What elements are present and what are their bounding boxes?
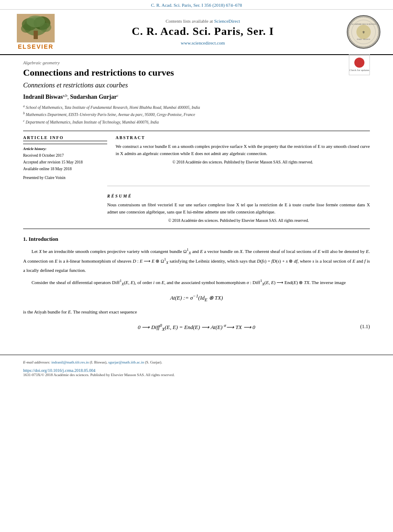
footnote-emails: E-mail addresses: indranil@math.tifr.res… [23, 359, 370, 365]
article-title: Connections and restrictions to curves [23, 67, 349, 79]
info-abstract-columns: ARTICLE INFO Article history: Received 8… [23, 135, 370, 180]
math-display-at: At(E) := σ−1(IdE ⊗ TX) [23, 293, 370, 302]
issn-copyright: 1631-073X/© 2018 Académie des sciences. … [23, 373, 370, 377]
section-tag: Algebraic geometry [23, 60, 370, 65]
equation-content: 0 ⟶ Diff0X(E, E) = End(E) ⟶ At(E) σ⟶ TX … [23, 323, 370, 332]
elsevier-wordmark: ELSEVIER [18, 43, 53, 50]
sciencedirect-link[interactable]: ScienceDirect [214, 18, 240, 24]
resume-text: Nous construisons un fibré vectoriel E s… [107, 202, 370, 216]
resume-copyright: © 2018 Académie des sciences. Published … [107, 219, 370, 223]
email2-name: (S. Gurjar). [145, 360, 162, 364]
journal-title: C. R. Acad. Sci. Paris, Ser. I [67, 25, 338, 38]
accepted-date: Accepted after revision 15 May 2018 [23, 159, 107, 166]
svg-point-7 [40, 23, 51, 32]
contents-line: Contents lists available at ScienceDirec… [67, 18, 338, 24]
separator-2 [23, 229, 370, 229]
sup-b: b [23, 111, 25, 115]
abstract-text: We construct a vector bundle E on a smoo… [116, 143, 370, 158]
check-updates-circle [354, 58, 364, 68]
abstract-copyright: © 2018 Académie des sciences. Published … [116, 160, 370, 164]
separator-1 [23, 131, 370, 131]
affiliation-b: b Mathematics Department, EISTI–Universi… [23, 111, 370, 118]
article-info-column: ARTICLE INFO Article history: Received 8… [23, 135, 107, 180]
affiliation-a: a School of Mathematics, Tata Institute … [23, 104, 370, 111]
author1-name: Indranil Biswas [23, 94, 63, 100]
presented-by: Presented by Claire Voisin [23, 176, 107, 180]
article-content: Algebraic geometry Connections and restr… [0, 55, 393, 346]
citation-bar: C. R. Acad. Sci. Paris, Ser. I 356 (2018… [0, 0, 393, 10]
sup-c: c [23, 119, 25, 123]
author2-name: Sudarshan Gurjar [70, 94, 117, 100]
introduction-section: 1. Introduction Let X be an irreducible … [23, 236, 370, 331]
email1-link[interactable]: indranil@math.tifr.res.in [51, 360, 89, 364]
svg-point-6 [21, 24, 31, 33]
abstract-column: ABSTRACT We construct a vector bundle E … [116, 135, 370, 180]
article-history-label: Article history: [23, 147, 107, 151]
authors-line: Indranil Biswasa,b, Sudarshan Gurjarc [23, 93, 370, 100]
article-subtitle: Connexions et restrictions aux courbes [23, 82, 370, 89]
academy-seal: ACADÉMIE DES SCIENCES ⚜ PARIS · FRANCE [347, 15, 380, 49]
section-title: 1. Introduction [23, 236, 370, 242]
intro-paragraph-2: Consider the sheaf of differential opera… [23, 278, 370, 287]
affiliation-c: c Department of Mathematics, Indian Inst… [23, 119, 370, 126]
svg-text:PARIS · FRANCE: PARIS · FRANCE [357, 38, 370, 40]
abstract-header: ABSTRACT [116, 135, 370, 140]
affiliations-block: a School of Mathematics, Tata Institute … [23, 104, 370, 126]
journal-url[interactable]: www.sciencedirect.com [67, 40, 338, 45]
received-date: Received 8 October 2017 [23, 152, 107, 159]
and-text: and [166, 279, 173, 284]
intro-paragraph-1: Let X be an irreducible smooth complex p… [23, 247, 370, 274]
sup-a: a [23, 104, 25, 108]
journal-header: ELSEVIER Contents lists available at Sci… [0, 10, 393, 55]
email2-link[interactable]: sgurjar@math.iitb.ac.in [108, 360, 144, 364]
email1-name: (I. Biswas), [90, 360, 107, 364]
check-updates-badge[interactable]: Check for updates [349, 54, 370, 75]
svg-rect-5 [34, 31, 38, 39]
svg-text:⚜: ⚜ [362, 30, 365, 34]
check-updates-label: Check for updates [349, 68, 369, 72]
elsevier-logo-block: ELSEVIER [8, 14, 63, 50]
equation-number: (1.1) [360, 324, 370, 330]
available-date: Available online 18 May 2018 [23, 166, 107, 172]
author2-sup: c [117, 93, 119, 97]
citation-text: C. R. Acad. Sci. Paris, Ser. I 356 (2018… [151, 3, 242, 8]
resume-header: RÉSUMÉ [107, 194, 370, 198]
resume-section: RÉSUMÉ Nous construisons un fibré vector… [107, 186, 370, 223]
email-label: E-mail addresses: [23, 360, 50, 364]
elsevier-tree-image [17, 14, 55, 42]
equation-1-1: 0 ⟶ Diff0X(E, E) = End(E) ⟶ At(E) σ⟶ TX … [23, 323, 370, 332]
academy-seal-block: ACADÉMIE DES SCIENCES ⚜ PARIS · FRANCE [343, 15, 385, 49]
author1-sup: a,b [63, 93, 68, 97]
article-info-header: ARTICLE INFO [23, 135, 107, 141]
journal-header-center: Contents lists available at ScienceDirec… [67, 18, 338, 45]
doi-line[interactable]: https://doi.org/10.1016/j.crma.2018.05.0… [23, 368, 370, 373]
footer: E-mail addresses: indranil@math.tifr.res… [0, 355, 393, 380]
intro-paragraph-3: is the Atiyah bundle for E. The resultin… [23, 308, 370, 316]
